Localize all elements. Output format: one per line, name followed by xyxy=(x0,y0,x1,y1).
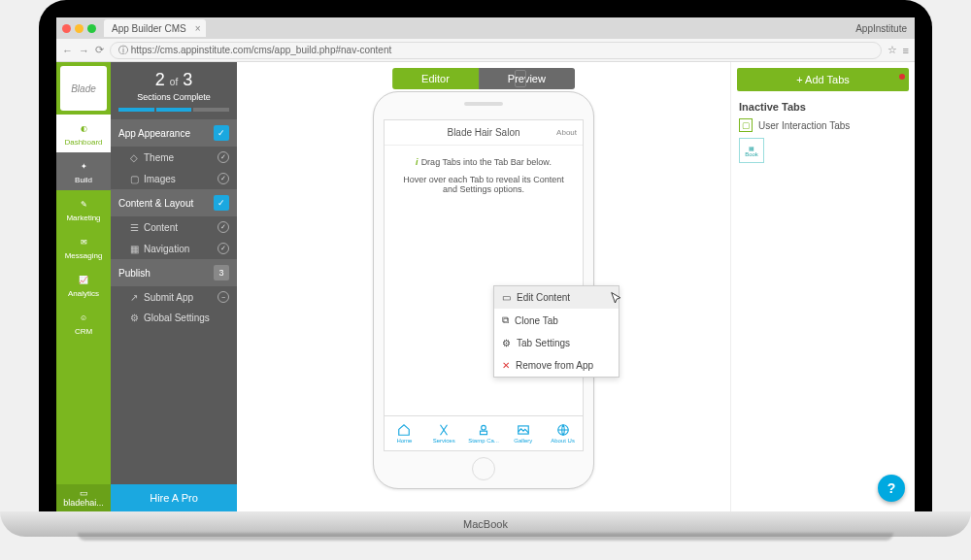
section-publish[interactable]: Publish 3 xyxy=(111,259,237,286)
ctx-remove[interactable]: ✕Remove from App xyxy=(494,354,619,377)
cursor-icon xyxy=(608,291,625,313)
maximize-icon[interactable] xyxy=(87,24,96,33)
svg-rect-1 xyxy=(480,431,486,435)
rail-label: Dashboard xyxy=(64,138,102,147)
rail-build[interactable]: ✦ Build xyxy=(56,152,111,190)
progress-number: 2 of 3 xyxy=(118,70,229,90)
phone-home-button[interactable] xyxy=(472,457,495,480)
tab-home[interactable]: Home xyxy=(385,416,424,450)
progress-label: Sections Complete xyxy=(118,92,229,102)
hint-line-1: iDrag Tabs into the Tab Bar below. xyxy=(398,157,569,167)
gear-icon: ⚙ xyxy=(130,313,140,323)
section-app-appearance[interactable]: App Appearance ✓ xyxy=(111,119,237,147)
tab-aboutus[interactable]: About Us xyxy=(543,416,583,450)
minimize-icon[interactable] xyxy=(75,24,84,33)
rail-footer[interactable]: ▭ bladehai... xyxy=(56,484,111,511)
rail-label: CRM xyxy=(75,327,92,336)
book-tile[interactable]: ▦ Book xyxy=(739,138,764,163)
window-controls[interactable] xyxy=(62,24,96,33)
gear-icon: ⚙ xyxy=(502,338,511,348)
edit-icon: ▭ xyxy=(502,292,511,303)
ctx-tab-settings[interactable]: ⚙Tab Settings xyxy=(494,332,619,354)
browser-tabbar: App Builder CMS × AppInstitute xyxy=(56,17,915,39)
tab-close-icon[interactable]: × xyxy=(195,23,201,34)
nav-rail: Blade ◐ Dashboard ✦ Build ✎ Marketing ✉ xyxy=(56,62,111,511)
content-icon: ☰ xyxy=(130,222,140,233)
rail-marketing[interactable]: ✎ Marketing xyxy=(56,190,111,228)
subitem-global-settings[interactable]: ⚙Global Settings xyxy=(111,308,237,328)
stamp-icon xyxy=(477,423,490,437)
check-icon: ✓ xyxy=(218,151,229,163)
laptop-frame: App Builder CMS × AppInstitute ← → ⟳ ⓘ h… xyxy=(0,0,971,560)
progress-bar xyxy=(118,108,229,112)
tab-icon: ▢ xyxy=(739,118,753,132)
subitem-images[interactable]: ▢Images ✓ xyxy=(111,168,237,189)
gallery-icon xyxy=(517,423,530,437)
subitem-navigation[interactable]: ▦Navigation ✓ xyxy=(111,238,237,259)
app-logo[interactable]: Blade xyxy=(60,66,107,111)
tab-services[interactable]: Services xyxy=(424,416,464,450)
menu-icon[interactable]: ≡ xyxy=(903,45,909,56)
about-link[interactable]: About xyxy=(556,128,577,137)
reload-button[interactable]: ⟳ xyxy=(95,44,104,56)
submit-icon: ↗ xyxy=(130,292,140,303)
subitem-submit-app[interactable]: ↗Submit App − xyxy=(111,286,237,308)
check-icon: ✓ xyxy=(214,195,229,211)
info-icon: ⓘ xyxy=(118,44,131,57)
preview-tab[interactable]: Preview xyxy=(479,68,575,89)
svg-point-0 xyxy=(482,425,486,430)
theme-icon: ◇ xyxy=(130,152,140,163)
crm-icon: ☺ xyxy=(76,310,91,325)
browser-tab[interactable]: App Builder CMS × xyxy=(104,19,206,37)
images-icon: ▢ xyxy=(130,174,140,184)
build-icon: ✦ xyxy=(76,158,91,174)
rail-dashboard[interactable]: ◐ Dashboard xyxy=(56,115,111,152)
check-icon: ✓ xyxy=(218,221,229,233)
back-button[interactable]: ← xyxy=(62,45,73,56)
tab-stampcard[interactable]: Stamp Ca... xyxy=(464,416,504,450)
hint-line-2: Hover over each Tab to reveal its Conten… xyxy=(398,175,569,194)
editor-tab[interactable]: Editor xyxy=(392,68,479,89)
count-badge: 3 xyxy=(214,265,229,280)
calendar-icon: ▦ xyxy=(749,145,754,151)
bookmark-icon[interactable]: ☆ xyxy=(887,44,897,56)
remove-icon: ✕ xyxy=(502,360,510,371)
url-text: https://cms.appinstitute.com/cms/app_bui… xyxy=(131,45,391,55)
subitem-content[interactable]: ☰Content ✓ xyxy=(111,216,237,238)
app-body: iDrag Tabs into the Tab Bar below. Hover… xyxy=(385,146,583,206)
sidebar: 2 of 3 Sections Complete App Appearance … xyxy=(111,62,237,511)
right-panel: + Add Tabs Inactive Tabs ▢ User Interact… xyxy=(730,62,915,511)
messaging-icon: ✉ xyxy=(76,234,91,249)
dashboard-icon: ◐ xyxy=(76,120,91,136)
ctx-edit-content[interactable]: ▭Edit Content xyxy=(494,286,619,309)
add-tabs-button[interactable]: + Add Tabs xyxy=(737,68,909,91)
rail-messaging[interactable]: ✉ Messaging xyxy=(56,228,111,266)
brand-label: AppInstitute xyxy=(855,23,907,34)
rail-label: Build xyxy=(75,176,92,184)
main-canvas: Editor Preview Blade Hair Salon About xyxy=(237,62,730,511)
record-indicator-icon xyxy=(899,74,905,80)
tab-gallery[interactable]: Gallery xyxy=(503,416,543,450)
forward-button[interactable]: → xyxy=(79,45,89,56)
inactive-tab-row[interactable]: ▢ User Interaction Tabs xyxy=(737,116,909,134)
url-field[interactable]: ⓘ https://cms.appinstitute.com/cms/app_b… xyxy=(110,42,882,59)
navigation-icon: ▦ xyxy=(130,244,140,254)
home-icon xyxy=(397,423,411,437)
pending-icon: − xyxy=(218,291,229,303)
phone-tabbar[interactable]: Home Services Stamp Ca... Gallery About … xyxy=(385,415,583,450)
close-icon[interactable] xyxy=(62,24,71,33)
screen-bezel: App Builder CMS × AppInstitute ← → ⟳ ⓘ h… xyxy=(39,0,932,511)
section-content-layout[interactable]: Content & Layout ✓ xyxy=(111,189,237,216)
laptop-brand: MacBook xyxy=(463,518,508,530)
rail-analytics[interactable]: 📈 Analytics xyxy=(56,266,111,304)
rail-crm[interactable]: ☺ CRM xyxy=(56,304,111,342)
globe-icon xyxy=(556,423,570,437)
app-root: Blade ◐ Dashboard ✦ Build ✎ Marketing ✉ xyxy=(56,62,915,511)
ctx-clone-tab[interactable]: ⧉Clone Tab xyxy=(494,309,619,332)
phone-icon[interactable] xyxy=(515,70,526,87)
hire-a-pro-button[interactable]: Hire A Pro xyxy=(111,484,237,511)
analytics-icon: 📈 xyxy=(76,272,91,287)
laptop-shadow xyxy=(78,533,893,541)
help-button[interactable]: ? xyxy=(878,475,905,502)
subitem-theme[interactable]: ◇Theme ✓ xyxy=(111,147,237,168)
